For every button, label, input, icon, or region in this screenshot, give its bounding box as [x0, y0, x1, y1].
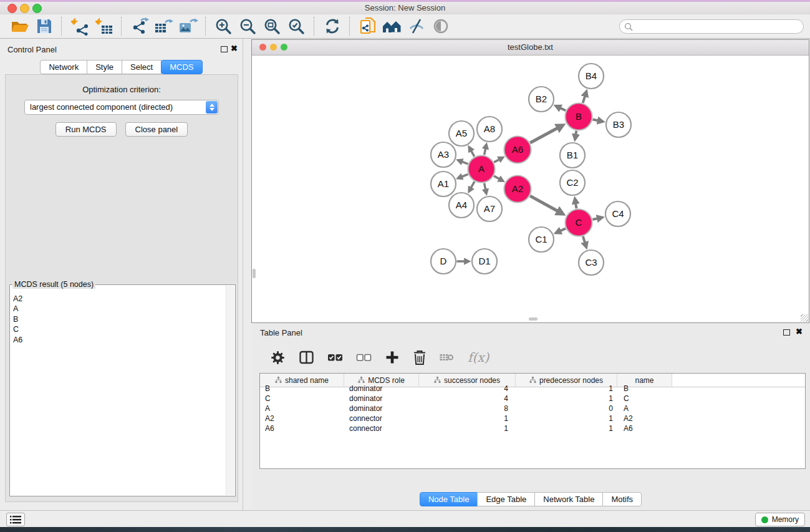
- graph-edge-A-A6[interactable]: [494, 158, 503, 162]
- import-network-button[interactable]: [69, 16, 90, 37]
- duplicate-network-button[interactable]: [357, 16, 378, 37]
- table-cell[interactable]: 1: [419, 423, 516, 433]
- deselect-all-button[interactable]: [356, 350, 372, 365]
- graph-edge-A-A8[interactable]: [485, 145, 486, 155]
- close-panel-icon[interactable]: ✖: [231, 44, 238, 54]
- table-cell[interactable]: C: [260, 394, 344, 404]
- table-cell[interactable]: 1: [516, 414, 617, 423]
- table-cell[interactable]: 1: [419, 414, 516, 423]
- float-panel-icon[interactable]: [221, 46, 228, 52]
- export-network-button[interactable]: [129, 16, 150, 37]
- resize-grip[interactable]: [801, 314, 808, 322]
- graph-edge-A-A2[interactable]: [494, 176, 503, 181]
- table-cell[interactable]: dominator: [344, 404, 419, 414]
- delete-table-button[interactable]: [440, 352, 455, 363]
- show-panels-button[interactable]: [430, 16, 451, 37]
- result-item[interactable]: B: [11, 314, 226, 324]
- run-mcds-button[interactable]: Run MCDS: [55, 122, 117, 137]
- split-panel-button[interactable]: [299, 350, 314, 365]
- result-item[interactable]: C: [11, 324, 226, 334]
- graph-edge-B-B3[interactable]: [593, 120, 602, 122]
- graph-edge-C-C2[interactable]: [575, 199, 576, 208]
- graph-edge-C-C1[interactable]: [556, 228, 566, 233]
- graph-edge-A2-C[interactable]: [530, 196, 562, 213]
- network-window-titlebar[interactable]: testGlobe.txt: [252, 40, 809, 56]
- graph-edge-B-B2[interactable]: [556, 106, 566, 110]
- open-session-button[interactable]: [9, 16, 30, 37]
- graph-edge-B-B4[interactable]: [583, 92, 586, 103]
- tab-mcds[interactable]: MCDS: [161, 60, 202, 74]
- close-panel-button[interactable]: Close panel: [125, 122, 188, 137]
- zoom-fit-button[interactable]: [262, 16, 282, 37]
- close-panel-icon[interactable]: ✖: [796, 327, 803, 337]
- table-cell[interactable]: A: [617, 404, 672, 414]
- result-item[interactable]: A: [11, 304, 226, 314]
- tab-edge-table[interactable]: Edge Table: [477, 492, 535, 506]
- table-cell[interactable]: 1: [516, 384, 617, 394]
- task-history-button[interactable]: [6, 513, 25, 526]
- result-item[interactable]: A6: [11, 335, 226, 345]
- graph-edge-A-A1[interactable]: [458, 174, 468, 178]
- table-cell[interactable]: dominator: [344, 394, 419, 404]
- table-cell[interactable]: connector: [344, 423, 419, 433]
- delete-column-button[interactable]: [413, 349, 427, 365]
- float-panel-icon[interactable]: [783, 329, 790, 336]
- select-all-button[interactable]: [327, 350, 343, 365]
- tab-node-table[interactable]: Node Table: [420, 492, 478, 506]
- graph-node-label: C3: [585, 257, 597, 268]
- table-cell[interactable]: 8: [419, 404, 516, 414]
- function-builder-button[interactable]: f(x): [468, 350, 489, 365]
- table-cell[interactable]: 0: [516, 404, 617, 414]
- table-cell[interactable]: 4: [419, 384, 516, 394]
- add-column-button[interactable]: [385, 350, 400, 365]
- table-cell[interactable]: A6: [617, 423, 672, 433]
- split-columns-icon: [299, 350, 314, 365]
- refresh-layout-button[interactable]: [322, 16, 342, 37]
- export-image-button[interactable]: [178, 16, 198, 37]
- attribute-gear-button[interactable]: [270, 350, 286, 365]
- table-cell[interactable]: C: [617, 394, 672, 404]
- result-item[interactable]: A2: [11, 294, 226, 304]
- table-cell[interactable]: connector: [344, 414, 419, 423]
- graph-edge-A-A7[interactable]: [485, 183, 486, 193]
- export-table-button[interactable]: [153, 16, 174, 37]
- vertical-scrollbar-thumb[interactable]: [253, 269, 256, 278]
- zoom-out-button[interactable]: [238, 16, 258, 37]
- save-session-button[interactable]: [34, 16, 54, 37]
- table-cell[interactable]: A2: [260, 414, 344, 423]
- graph-edge-C-C4[interactable]: [592, 218, 601, 220]
- zoom-in-button[interactable]: [213, 16, 234, 37]
- node-table[interactable]: shared nameMCDS rolesuccessor nodesprede…: [259, 373, 806, 469]
- network-canvas[interactable]: B4B2BB3A5A8A6A3B1AC2A1A2A4A7C4CC1DD1C3: [253, 56, 808, 318]
- zoom-selected-button[interactable]: [286, 16, 307, 37]
- graph-edge-A6-B[interactable]: [530, 125, 562, 143]
- graph-edge-A-A5[interactable]: [470, 148, 475, 157]
- horizontal-scrollbar-thumb[interactable]: [529, 317, 538, 321]
- table-cell[interactable]: 4: [419, 394, 516, 404]
- table-cell[interactable]: A6: [260, 423, 344, 433]
- tab-network-table[interactable]: Network Table: [534, 492, 603, 506]
- tab-select[interactable]: Select: [122, 60, 162, 74]
- table-cell[interactable]: A: [260, 404, 344, 414]
- table-cell[interactable]: B: [260, 384, 344, 394]
- graph-edge-B-B1[interactable]: [575, 131, 576, 139]
- graph-edge-A-A4[interactable]: [470, 181, 475, 191]
- result-scrollbar[interactable]: [226, 286, 234, 495]
- table-cell[interactable]: dominator: [344, 384, 419, 394]
- hide-panels-button[interactable]: [406, 16, 427, 37]
- search-input[interactable]: [636, 21, 803, 33]
- graph-edge-A-A3[interactable]: [458, 160, 468, 164]
- table-cell[interactable]: B: [617, 384, 672, 394]
- memory-button[interactable]: Memory: [755, 513, 805, 526]
- table-cell[interactable]: A2: [617, 414, 672, 423]
- first-neighbors-button[interactable]: [382, 16, 402, 37]
- criterion-dropdown[interactable]: largest connected component (directed): [24, 100, 219, 115]
- import-table-button[interactable]: [94, 16, 114, 37]
- table-cell[interactable]: 1: [516, 394, 617, 404]
- tab-network[interactable]: Network: [40, 60, 87, 74]
- tab-motifs[interactable]: Motifs: [602, 492, 642, 506]
- column-type-icon: [529, 377, 536, 384]
- table-cell[interactable]: 1: [516, 423, 617, 433]
- graph-edge-C-C3[interactable]: [583, 236, 586, 246]
- tab-style[interactable]: Style: [87, 60, 122, 74]
